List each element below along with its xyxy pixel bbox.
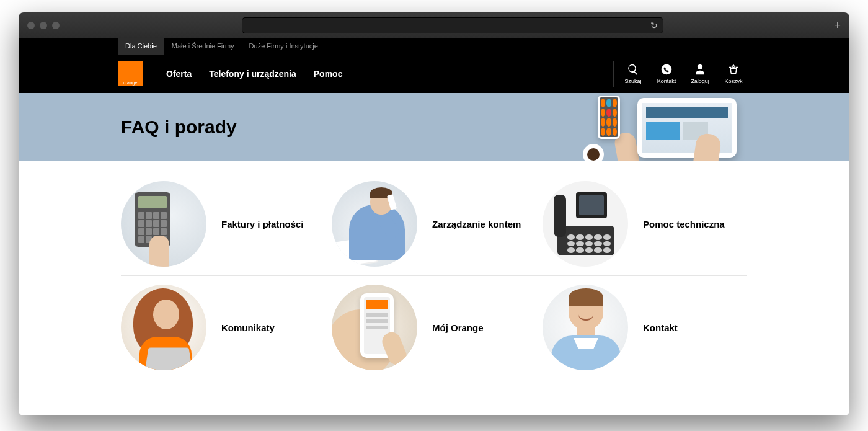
category-label: Kontakt	[643, 322, 678, 333]
address-bar-wrap: ↻	[64, 17, 841, 33]
browser-window: ↻ + Dla Ciebie Małe i Średnie Firmy Duże…	[19, 12, 849, 415]
category-row: Komunikaty Mój Orange Kontakt	[121, 275, 747, 379]
category-faktury[interactable]: Faktury i płatności	[121, 181, 326, 267]
smiling-person-icon	[542, 285, 628, 370]
tablet-illustration	[637, 98, 737, 158]
nav-link-pomoc[interactable]: Pomoc	[314, 69, 343, 79]
hero-banner: FAQ i porady	[19, 93, 849, 161]
coffee-cup-icon	[583, 144, 604, 161]
nav-action-label: Koszyk	[724, 78, 742, 84]
main-nav: orange Oferta Telefony i urządzenia Pomo…	[19, 55, 849, 93]
page-viewport: Dla Ciebie Małe i Średnie Firmy Duże Fir…	[19, 38, 849, 415]
person-phone-icon	[332, 181, 417, 267]
category-label: Pomoc techniczna	[643, 219, 725, 229]
category-kontakt[interactable]: Kontakt	[542, 285, 747, 370]
nav-action-cart[interactable]: Koszyk	[717, 63, 750, 84]
new-tab-button[interactable]: +	[834, 19, 841, 32]
nav-link-telefony[interactable]: Telefony i urządzenia	[209, 69, 296, 79]
desk-phone-icon	[542, 181, 628, 267]
nav-actions: Szukaj Kontakt Zaloguj Koszyk	[613, 55, 750, 93]
window-zoom-icon[interactable]	[52, 22, 60, 29]
nav-action-label: Kontakt	[657, 78, 676, 84]
nav-link-oferta[interactable]: Oferta	[166, 69, 192, 79]
category-komunikaty[interactable]: Komunikaty	[121, 285, 326, 370]
nav-links: Oferta Telefony i urządzenia Pomoc	[166, 69, 342, 79]
segment-tabs: Dla Ciebie Małe i Średnie Firmy Duże Fir…	[19, 38, 849, 55]
user-icon	[694, 63, 706, 76]
category-label: Komunikaty	[221, 322, 275, 333]
segment-tab-dla-ciebie[interactable]: Dla Ciebie	[118, 38, 164, 55]
reload-icon[interactable]: ↻	[650, 20, 658, 30]
category-row: Faktury i płatności Zarządzanie kontem P…	[121, 172, 747, 275]
hero-illustration	[601, 93, 763, 161]
orange-logo[interactable]: orange	[118, 61, 143, 86]
category-pomoc-techniczna[interactable]: Pomoc techniczna	[542, 181, 747, 267]
nav-action-label: Szukaj	[624, 78, 641, 84]
calculator-icon	[121, 181, 206, 267]
window-close-icon[interactable]	[27, 22, 35, 29]
page-title: FAQ i porady	[121, 117, 237, 138]
woman-laptop-icon	[121, 285, 206, 370]
hand-phone-icon	[332, 285, 417, 370]
category-label: Zarządzanie kontem	[432, 219, 521, 229]
category-grid: Faktury i płatności Zarządzanie kontem P…	[19, 161, 849, 379]
category-zarzadzanie[interactable]: Zarządzanie kontem	[332, 181, 536, 267]
phone-icon	[660, 63, 673, 76]
nav-divider	[613, 61, 614, 87]
address-bar[interactable]: ↻	[242, 17, 663, 33]
category-moj-orange[interactable]: Mój Orange	[332, 285, 536, 370]
search-icon	[627, 63, 639, 76]
window-minimize-icon[interactable]	[40, 22, 47, 29]
segment-tab-male-firmy[interactable]: Małe i Średnie Firmy	[164, 38, 242, 55]
browser-titlebar: ↻ +	[19, 12, 849, 38]
segment-tab-duze-firmy[interactable]: Duże Firmy i Instytucje	[242, 38, 326, 55]
category-label: Faktury i płatności	[221, 219, 304, 229]
category-label: Mój Orange	[432, 322, 484, 333]
nav-action-label: Zaloguj	[691, 78, 709, 84]
basket-icon	[727, 63, 740, 76]
nav-action-search[interactable]: Szukaj	[616, 63, 650, 84]
nav-action-login[interactable]: Zaloguj	[683, 63, 717, 84]
phone-illustration	[598, 96, 620, 139]
nav-action-contact[interactable]: Kontakt	[650, 63, 683, 84]
